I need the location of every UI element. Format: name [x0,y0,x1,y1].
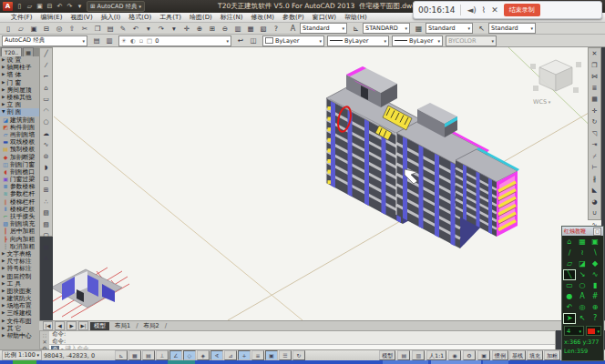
snap-toggle[interactable]: ▦ [128,350,141,360]
insert-block-icon[interactable]: ⊡ [40,174,53,186]
save-tool-icon[interactable]: ▦ [576,237,589,248]
grid-toggle[interactable]: ▤ [142,350,155,360]
menu-group-item[interactable]: 设 置 [0,56,39,64]
command-window-grip[interactable]: ∷ ✕ ⚙ [40,331,49,349]
make-block-icon[interactable]: ⊞ [40,185,53,197]
quick-view-layouts-icon[interactable]: ▤ [397,350,410,360]
pointer-tool-icon[interactable]: ➤ [563,313,576,324]
menu-group-item[interactable]: 轴网柱子 [0,64,39,71]
hatch-icon[interactable]: ▨ [40,207,53,219]
qat-plot-icon[interactable]: ⊟ [46,3,54,10]
pan-icon[interactable]: ✛ [180,23,193,35]
menu-command-item[interactable]: ⫴楼梯栏板 [0,206,39,213]
lineweight-toggle[interactable]: ≡ [251,350,264,360]
marker-tool-icon[interactable]: ∖ [589,248,601,258]
menu-command-item[interactable]: ▱画剖面墙 [0,131,39,138]
zoom-tool-icon[interactable]: ⊕ [589,302,601,313]
offset-icon[interactable]: ≣ [589,83,601,95]
menu-group-item[interactable]: 建筑防火 [0,295,39,302]
dyn-toggle[interactable]: + [238,350,251,360]
tarch-toggle-button[interactable]: 惯例 [492,350,508,360]
menu-command-item[interactable]: ◩构件剖面 [0,124,39,131]
menu-group-item[interactable]: 图块图案 [0,288,39,295]
plot-icon[interactable]: ⊟ [40,23,53,35]
new-icon[interactable]: ▯ [2,23,15,35]
table-style-combo[interactable]: ▦ Standard [414,23,473,34]
menu-command-item[interactable]: ◆加剖断梁 [0,153,39,160]
taskbar-button[interactable] [168,360,195,364]
magnifier-tool-icon[interactable]: ◎ [576,302,589,313]
menu-item[interactable]: 文件(F) [11,13,33,22]
tool-palettes-icon[interactable]: ▧ [257,23,270,35]
viewcube-wcs-label[interactable]: WCS [533,98,550,106]
designcenter-icon[interactable]: ▦ [244,23,257,35]
linetype-combo[interactable]: ByLayer [327,35,389,46]
redo-icon[interactable]: ↷ [155,23,168,35]
revcloud-icon[interactable]: ☁ [40,128,53,140]
open-icon[interactable]: ▱ [15,23,27,35]
match-properties-icon[interactable]: ✎ [117,23,129,35]
array-icon[interactable]: ▦ [589,94,601,106]
menu-item[interactable]: 绘图(D) [190,13,212,22]
menu-group-item[interactable]: 文件布图 [0,318,39,325]
qat-menu-arrow-icon[interactable]: ▾ [76,3,84,10]
app-logo-icon[interactable]: A [3,2,13,11]
menu-item[interactable]: 修改(M) [251,13,274,22]
mtext-icon[interactable]: A [40,253,53,265]
pen-color-select[interactable] [586,326,601,336]
menu-item[interactable]: 编辑(E) [41,13,63,22]
speaker-icon[interactable]: ◄) [467,5,476,15]
ellipse-icon[interactable]: ⊜ [40,151,53,163]
move-icon[interactable]: ✛ [589,106,601,117]
menu-item[interactable]: 格式(O) [128,13,151,22]
workspaces-combo[interactable]: AutoCAD 经典 [2,35,87,46]
color-combo[interactable]: ByLayer [262,35,324,46]
scale-selector[interactable]: 比例 1:100 [2,350,42,360]
tab-layout2[interactable]: 布局2 [140,322,163,330]
workspace-gear-icon[interactable]: ⚙ [463,350,476,360]
fillet-icon[interactable]: ◕ [589,197,601,208]
filled-ellipse-tool-icon[interactable]: ● [563,291,576,302]
quick-view-drawings-icon[interactable]: ▥ [412,350,425,360]
filled-rect-tool-icon[interactable]: ▮ [589,280,601,291]
tarch-toggle-button[interactable]: 加粗 [544,350,560,360]
capture-tool-icon[interactable]: ▣ [589,237,601,248]
stop-recording-button[interactable]: 结束录制 [504,4,540,16]
gradient-icon[interactable]: ▧ [40,219,53,231]
ducs-toggle[interactable]: ⊿ [224,350,237,360]
close-icon[interactable]: ✕ [42,339,46,345]
menu-group-item[interactable]: 立 面 [0,101,39,108]
publish-icon[interactable]: ⇧ [66,23,78,35]
quick-properties-toggle[interactable]: ☰ [279,350,292,360]
mleader-style-combo[interactable]: ↖ Standard [477,23,536,34]
pen-tool-icon[interactable]: ∕ [563,248,576,258]
paste-icon[interactable]: ▤ [104,23,117,35]
menu-group-item[interactable]: 工 具 [0,280,39,288]
zoom-realtime-icon[interactable]: ⊕ [193,23,206,35]
text-style-combo[interactable]: A Standard [288,23,347,34]
osnap-toggle[interactable]: ◇ [183,350,196,360]
point-icon[interactable]: ∴ [40,197,53,208]
cursor-tool-icon[interactable]: ↖ [576,313,589,324]
menu-command-item[interactable]: ┃居中加粗 [0,228,39,235]
undo-tool-icon[interactable]: ↶ [563,302,576,313]
menu-group-item[interactable]: 图层控制 [0,272,39,279]
layer-properties-icon[interactable]: ▤ [90,35,103,46]
menu-command-item[interactable]: ┣向内加粗 [0,236,39,243]
ellipse-tool-icon[interactable]: ○ [576,280,589,291]
line-icon[interactable]: ╱ [40,48,53,60]
undo-icon[interactable]: ↶ [129,23,142,35]
qat-undo-icon[interactable]: ↶ [56,3,64,10]
polar-toggle[interactable]: ∠ [169,350,182,360]
layer-previous-icon[interactable]: ↩ [234,35,247,46]
tarch-toggle-button[interactable]: 填充 [527,350,543,360]
xline-icon[interactable]: ⁄ [40,60,53,72]
table-icon[interactable]: ▦ [40,242,53,254]
annotator-minimize-icon[interactable]: □ [593,228,601,236]
eraser-tool-icon[interactable]: ▱ [563,258,576,269]
screen-menu-tab[interactable]: T20.. [1,47,22,56]
qat-new-icon[interactable]: ▯ [15,3,24,10]
undo-list-icon[interactable]: ▾ [142,23,155,35]
menu-group-item[interactable]: 帮助中心 [0,332,39,339]
menu-group-item[interactable]: 三维建模 [0,309,39,317]
